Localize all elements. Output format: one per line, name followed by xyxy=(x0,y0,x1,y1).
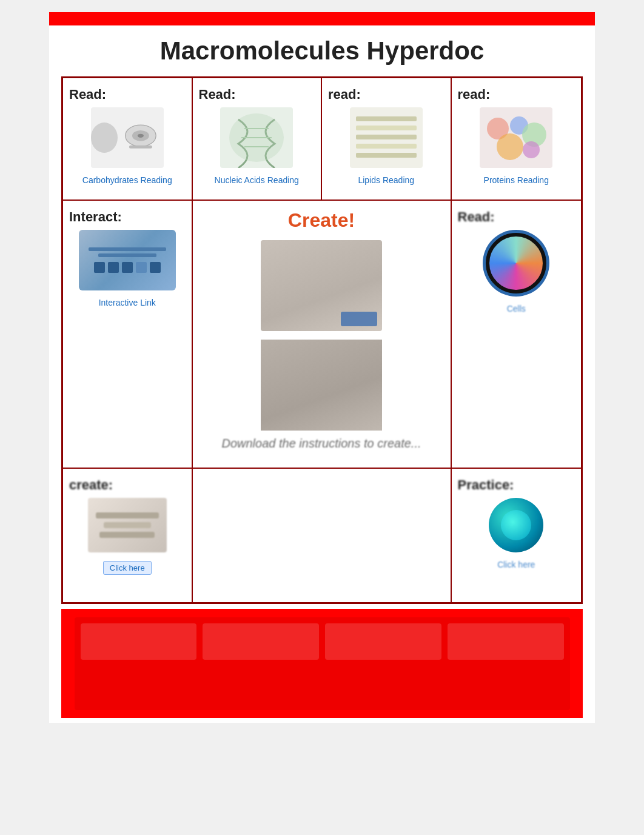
interact-image xyxy=(79,230,176,290)
lower-line-2 xyxy=(104,522,151,528)
read-cells-label: Read: xyxy=(458,209,495,225)
proteins-image xyxy=(480,107,552,168)
cell-nucleic: Read: Nucleic Acids Reading xyxy=(193,78,323,200)
bottom-footer xyxy=(61,609,583,718)
practice-label: Practice: xyxy=(458,477,514,493)
interact-icon-5 xyxy=(150,262,161,273)
carb-image xyxy=(91,107,164,168)
cell-create: Create! Download the instructions to cre… xyxy=(193,201,452,468)
grid-row-1: Read: Carbohydrates Reading Read: xyxy=(63,78,581,201)
footer-inner xyxy=(75,617,570,710)
cell-create-lower: create: Click here xyxy=(63,469,193,602)
svg-point-2 xyxy=(138,134,144,138)
create-lower-link[interactable]: Click here xyxy=(103,561,152,575)
proteins-label: read: xyxy=(458,87,491,102)
interact-icon-4 xyxy=(136,262,147,273)
create-lower-label: create: xyxy=(69,477,113,493)
carb-label: Read: xyxy=(69,87,106,102)
footer-block-3 xyxy=(325,623,441,660)
proteins-link[interactable]: Proteins Reading xyxy=(484,175,549,185)
interact-line-1 xyxy=(89,247,166,251)
lipids-label: read: xyxy=(328,87,361,102)
interact-icons-row xyxy=(94,262,161,273)
create-image-bottom xyxy=(261,340,382,431)
svg-rect-10 xyxy=(356,135,417,139)
carb-svg xyxy=(118,107,164,168)
lower-line-1 xyxy=(96,512,159,518)
footer-block-4 xyxy=(448,623,564,660)
nucleic-image xyxy=(220,107,293,168)
footer-block-2 xyxy=(203,623,319,660)
nucleic-label: Read: xyxy=(199,87,236,102)
interact-icon-1 xyxy=(94,262,105,273)
interact-label: Interact: xyxy=(69,209,122,225)
cell-circle-inner xyxy=(486,233,546,293)
nucleic-link[interactable]: Nucleic Acids Reading xyxy=(215,175,299,185)
cells-link[interactable]: Cells xyxy=(507,304,526,314)
proteins-svg xyxy=(480,107,552,168)
cell-read-cells: Read: Cells xyxy=(452,201,582,468)
grid-row-2: Interact: Interactive Lin xyxy=(63,201,581,469)
lipids-link[interactable]: Lipids Reading xyxy=(358,175,414,185)
create-image-top xyxy=(261,240,382,331)
interact-icon-2 xyxy=(108,262,119,273)
lower-line-3 xyxy=(99,532,155,538)
page-title: Macromolecules Hyperdoc xyxy=(55,36,589,65)
lipids-image xyxy=(350,107,423,168)
svg-rect-9 xyxy=(356,126,417,130)
cell-proteins: read: Proteins Reading xyxy=(452,78,582,200)
create-lower-image xyxy=(88,498,167,552)
create-image-bottom-inner xyxy=(261,340,382,431)
create-image-top-inner xyxy=(261,240,382,331)
title-area: Macromolecules Hyperdoc xyxy=(49,25,595,72)
create-title: Create! xyxy=(288,209,355,232)
svg-point-16 xyxy=(497,133,523,160)
svg-rect-8 xyxy=(356,116,417,121)
svg-point-7 xyxy=(229,113,284,162)
main-grid: Read: Carbohydrates Reading Read: xyxy=(61,76,583,604)
cell-carbohydrates: Read: Carbohydrates Reading xyxy=(63,78,193,200)
footer-block-1 xyxy=(81,623,197,660)
svg-point-17 xyxy=(523,141,540,158)
practice-circle-image xyxy=(489,498,543,552)
svg-rect-3 xyxy=(129,146,152,149)
cell-practice: Practice: Click here xyxy=(452,469,582,602)
interact-line-2 xyxy=(98,253,156,257)
nucleic-svg xyxy=(220,107,293,168)
cell-lipids: read: Lipids Reading xyxy=(322,78,452,200)
cell-create-cont xyxy=(193,469,452,602)
interact-image-inner xyxy=(79,230,176,290)
cell-circle-image xyxy=(483,230,549,297)
teal-circle-inner xyxy=(501,510,531,540)
page-wrapper: Macromolecules Hyperdoc Read: Carbohydra… xyxy=(49,12,595,723)
grid-row-3: create: Click here Practice: Click here xyxy=(63,469,581,602)
carb-link[interactable]: Carbohydrates Reading xyxy=(82,175,172,185)
lipids-svg xyxy=(350,107,423,168)
create-image-btn xyxy=(341,312,377,326)
cell-interact: Interact: Interactive Lin xyxy=(63,201,193,468)
interact-icon-3 xyxy=(122,262,133,273)
create-download-text: Download the instructions to create... xyxy=(221,437,421,451)
svg-rect-11 xyxy=(356,144,417,149)
practice-link[interactable]: Click here xyxy=(497,560,535,569)
svg-rect-12 xyxy=(356,153,417,158)
interactive-link[interactable]: Interactive Link xyxy=(99,298,156,307)
top-bar xyxy=(49,12,595,25)
